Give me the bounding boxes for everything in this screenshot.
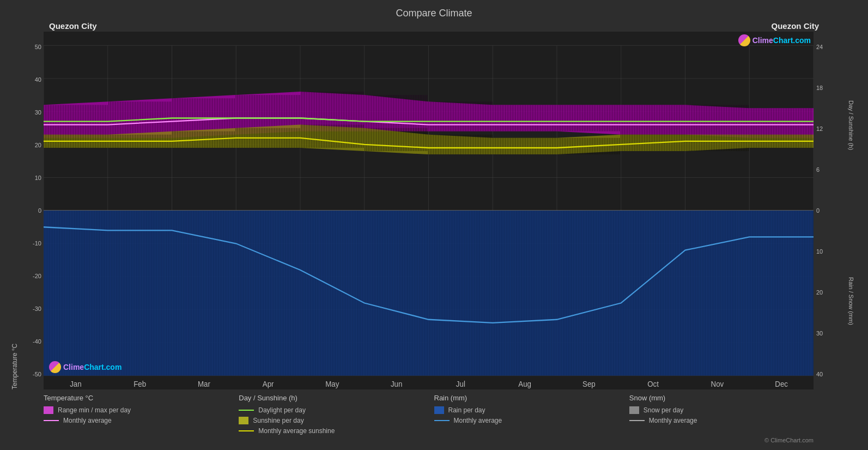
legend-line-temp-avg: [44, 420, 59, 421]
legend-swatch-temp-range: [44, 406, 53, 414]
legend-swatch-sunshine: [239, 417, 248, 424]
y-tick-left: 0: [38, 207, 41, 214]
svg-text:May: May: [325, 380, 339, 389]
brand-icon-bottom: [49, 361, 61, 373]
copyright: © ClimeChart.com: [11, 437, 857, 445]
legend-swatch-rain: [434, 406, 444, 414]
svg-text:Oct: Oct: [647, 380, 659, 389]
brand-logo-top: ClimeChart.com: [738, 34, 811, 46]
brand-logo-bottom: ClimeChart.com: [49, 361, 122, 373]
chart-svg: JanFebMarAprMayJunJulAugSepOctNovDec: [44, 32, 814, 389]
y-axis-left-label: Temperature °C: [11, 32, 20, 389]
legend-line-rain-avg: [434, 420, 450, 421]
svg-text:Sep: Sep: [582, 380, 596, 389]
legend-item-rain-avg: Monthly average: [434, 417, 629, 424]
y-tick-right: 6: [816, 166, 820, 173]
svg-text:Apr: Apr: [263, 380, 274, 389]
legend-label-snow: Snow per day: [644, 406, 683, 414]
legend-title-snow: Snow (mm): [629, 394, 824, 402]
y-tick-right: 40: [816, 371, 823, 377]
y-axis-right-top-label: Day / Sunshine (h): [845, 32, 857, 213]
page-title: Compare Climate: [11, 8, 857, 19]
brand-text-bottom: ClimeChart.com: [63, 363, 122, 371]
svg-text:Nov: Nov: [711, 380, 725, 389]
y-axis-right-ticks: 2418126010203040: [814, 32, 845, 389]
legend-line-daylight: [239, 410, 254, 411]
legend-label-snow-avg: Monthly average: [649, 417, 697, 424]
y-tick-right: 30: [816, 330, 823, 337]
legend-item-snow-avg: Monthly average: [629, 417, 824, 424]
legend-area: Temperature °C Range min / max per day M…: [11, 389, 857, 437]
legend-item-rain: Rain per day: [434, 406, 629, 414]
brand-text-top: ClimeChart.com: [752, 36, 811, 45]
legend-group-temperature: Temperature °C Range min / max per day M…: [44, 394, 239, 435]
y-axis-right-bottom-label: Rain / Snow (mm): [845, 213, 857, 389]
legend-swatch-snow: [629, 406, 639, 414]
legend-item-temp-range: Range min / max per day: [44, 406, 239, 414]
y-tick-left: -30: [33, 305, 41, 312]
y-tick-right: 10: [816, 248, 823, 255]
svg-text:Aug: Aug: [518, 380, 531, 389]
legend-group-sunshine: Day / Sunshine (h) Daylight per day Suns…: [239, 394, 434, 435]
chart-area: JanFebMarAprMayJunJulAugSepOctNovDec Cli…: [44, 32, 814, 389]
legend-title-temp: Temperature °C: [44, 394, 239, 402]
svg-text:Jan: Jan: [70, 380, 81, 389]
legend-label-sunshine: Sunshine per day: [253, 417, 304, 424]
legend-label-rain-avg: Monthly average: [454, 417, 502, 424]
y-tick-right: 24: [816, 44, 823, 50]
legend-item-temp-avg: Monthly average: [44, 417, 239, 424]
y-tick-right: 20: [816, 289, 823, 296]
svg-text:Dec: Dec: [775, 380, 788, 389]
legend-group-snow: Snow (mm) Snow per day Monthly average: [629, 394, 824, 435]
legend-label-rain: Rain per day: [448, 406, 485, 414]
y-tick-left: -40: [33, 338, 41, 345]
legend-label-daylight: Daylight per day: [258, 406, 306, 414]
city-label-right: Quezon City: [771, 21, 819, 31]
y-tick-left: 10: [35, 175, 41, 181]
legend-item-sunshine-avg: Monthly average sunshine: [239, 427, 434, 435]
city-label-left: Quezon City: [49, 21, 97, 31]
y-tick-right: 0: [816, 207, 820, 214]
svg-text:Mar: Mar: [198, 380, 210, 389]
y-tick-left: -50: [33, 371, 41, 377]
svg-text:Jun: Jun: [391, 380, 402, 389]
y-axis-left-ticks: 50403020100-10-20-30-40-50: [20, 32, 44, 389]
svg-text:Jul: Jul: [456, 380, 465, 389]
svg-text:Feb: Feb: [133, 380, 146, 389]
brand-icon-top: [738, 34, 750, 46]
legend-item-snow: Snow per day: [629, 406, 824, 414]
legend-line-snow-avg: [629, 420, 645, 421]
y-tick-left: -20: [33, 273, 41, 279]
legend-title-sunshine: Day / Sunshine (h): [239, 394, 434, 402]
legend-label-temp-avg: Monthly average: [63, 417, 112, 424]
y-tick-left: 40: [35, 76, 41, 83]
legend-item-sunshine: Sunshine per day: [239, 417, 434, 424]
y-tick-right: 18: [816, 85, 823, 91]
legend-item-daylight: Daylight per day: [239, 406, 434, 414]
legend-label-sunshine-avg: Monthly average sunshine: [258, 427, 335, 435]
y-tick-left: 50: [35, 44, 41, 50]
legend-title-rain: Rain (mm): [434, 394, 629, 402]
legend-line-sunshine-avg: [239, 430, 254, 431]
legend-label-temp-range: Range min / max per day: [58, 406, 131, 414]
y-tick-right: 12: [816, 125, 823, 132]
y-tick-left: -10: [33, 240, 41, 247]
legend-group-rain: Rain (mm) Rain per day Monthly average: [434, 394, 629, 435]
y-tick-left: 30: [35, 109, 41, 116]
y-tick-left: 20: [35, 142, 41, 148]
